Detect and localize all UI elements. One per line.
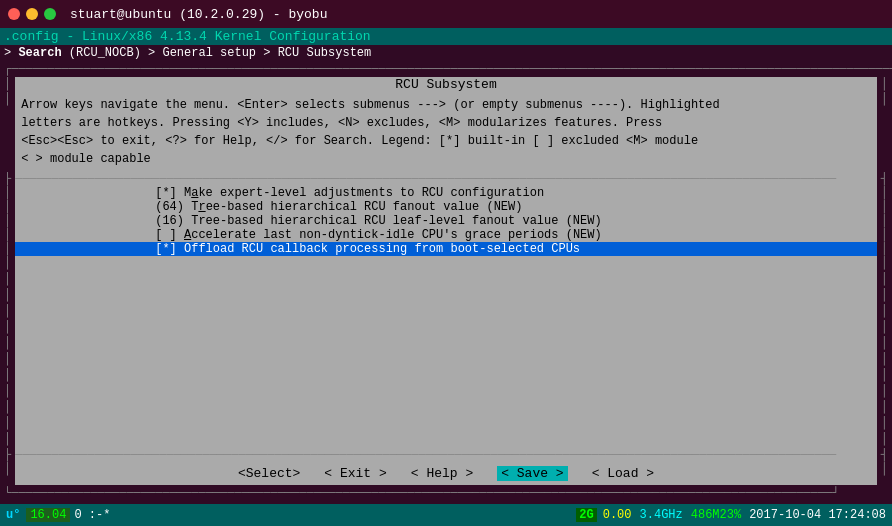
outer-top-dashes: ┌───────────────────────────────────────… [0,61,892,77]
config-title-text: .config - Linux/x86 4.13.4 Kernel Config… [4,29,371,44]
menu-items-area: │ [*] Make expert-level adjustments to R… [0,186,892,448]
close-button[interactable] [8,8,20,20]
empty-row-11: │ │ [0,416,892,432]
empty-row-12: │ │ [0,432,892,448]
inner-sep-top: ├ ──────────────────────────────────────… [0,172,892,186]
empty-row-1: │ │ [0,256,892,272]
panel-title-row: │ RCU Subsystem │ [0,77,892,92]
search-breadcrumb: > Search (RCU_NOCB) > General setup > RC… [4,46,371,60]
status-load: 0.00 [601,508,634,522]
select-button[interactable]: <Select> [238,466,300,481]
status-mem: 486M23% [689,508,743,522]
outer-bottom-dashes: └───────────────────────────────────────… [0,485,892,501]
save-button[interactable]: < Save > [497,466,567,481]
minimize-button[interactable] [26,8,38,20]
empty-row-3: │ │ [0,288,892,304]
menu-row-3[interactable]: │ (16) Tree-based hierarchical RCU leaf-… [0,214,892,228]
window-title: stuart@ubuntu (10.2.0.29) - byobu [70,7,327,22]
help-button[interactable]: < Help > [411,466,473,481]
empty-row-4: │ │ [0,304,892,320]
titlebar: stuart@ubuntu (10.2.0.29) - byobu [0,0,892,28]
status-datetime: 2017-10-04 17:24:08 [747,508,888,522]
status-right-group: 2G 0.00 3.4GHz 486M23% 2017-10-04 17:24:… [576,508,892,522]
panel-title: RCU Subsystem [15,77,877,92]
status-session: 0 :-* [70,508,114,522]
menu-row-1[interactable]: │ [*] Make expert-level adjustments to R… [0,186,892,200]
status-ubuntu-label: u° [0,508,26,522]
menu-row-5-selected[interactable]: │ [*] Offload RCU callback processing fr… [0,242,892,256]
search-text: Search [18,46,61,60]
status-freq: 3.4GHz [638,508,685,522]
statusbar: u° 16.04 0 :-* 2G 0.00 3.4GHz 486M23% 20… [0,504,892,526]
empty-row-10: │ │ [0,400,892,416]
description-text: Arrow keys navigate the menu. <Enter> se… [15,92,877,172]
empty-row-2: │ │ [0,272,892,288]
breadcrumb: > Search (RCU_NOCB) > General setup > RC… [0,45,892,61]
status-2g: 2G [576,508,596,522]
status-version: 16.04 [26,508,70,522]
terminal: .config - Linux/x86 4.13.4 Kernel Config… [0,28,892,526]
exit-button[interactable]: < Exit > [324,466,386,481]
empty-row-5: │ │ [0,320,892,336]
config-title: .config - Linux/x86 4.13.4 Kernel Config… [0,28,892,45]
empty-row-9: │ │ [0,384,892,400]
empty-row-7: │ │ [0,352,892,368]
empty-row-6: │ │ [0,336,892,352]
load-button[interactable]: < Load > [592,466,654,481]
empty-row-8: │ │ [0,368,892,384]
maximize-button[interactable] [44,8,56,20]
inner-sep-bottom: ├ ──────────────────────────────────────… [0,448,892,462]
button-bar-row: │ <Select> < Exit > < Help > < Save > < … [0,462,892,485]
menu-row-4[interactable]: │ [ ] Accelerate last non-dyntick-idle C… [0,228,892,242]
description-area: │ Arrow keys navigate the menu. <Enter> … [0,92,892,172]
menu-row-2[interactable]: │ (64) Tree-based hierarchical RCU fanou… [0,200,892,214]
